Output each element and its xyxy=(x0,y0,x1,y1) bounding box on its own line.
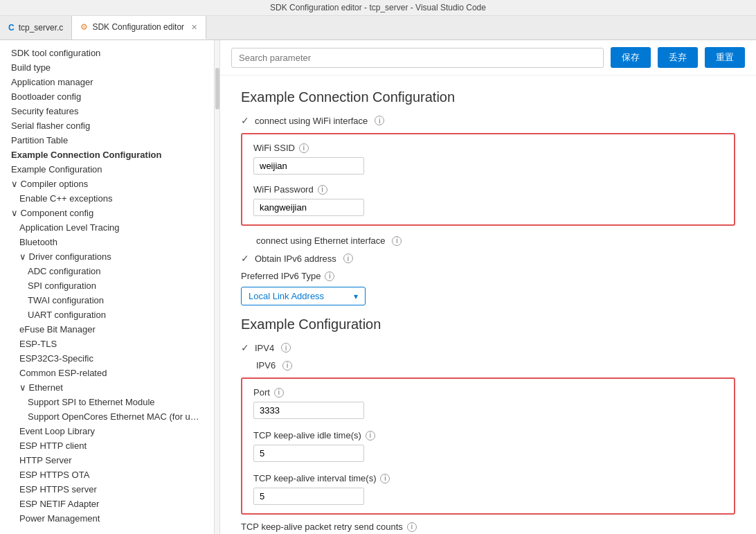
sidebar-scrollbar xyxy=(215,40,220,534)
port-info-icon: i xyxy=(274,388,284,398)
sidebar-item-event-loop[interactable]: Event Loop Library xyxy=(0,424,214,438)
sidebar-item-example-conn[interactable]: Example Connection Configuration xyxy=(0,148,214,162)
discard-button[interactable]: 丢弃 xyxy=(658,47,698,68)
ipv4-label: IPV4 xyxy=(255,343,274,353)
tcp-keep-packet-label: TCP keep-alive packet retry send counts … xyxy=(241,522,735,532)
sidebar-item-app-manager[interactable]: Application manager xyxy=(0,75,214,89)
ethernet-info-icon: i xyxy=(392,236,402,246)
port-input[interactable] xyxy=(253,402,364,419)
tcp-keep-idle-label: TCP keep-alive idle time(s) i xyxy=(253,430,723,440)
ethernet-checkbox-row: connect using Ethernet interface i xyxy=(241,235,735,246)
tab-tcp-server[interactable]: C tcp_server.c xyxy=(0,16,72,39)
sidebar-item-component-config[interactable]: ∨ Component config xyxy=(0,206,214,220)
sidebar-item-power-mgmt[interactable]: Power Management xyxy=(0,511,214,526)
section2-title: Example Configuration xyxy=(241,317,735,332)
wifi-password-label: WiFi Password i xyxy=(253,184,723,195)
wifi-ssid-input[interactable] xyxy=(253,157,364,175)
wifi-ssid-label: WiFi SSID i xyxy=(253,143,723,153)
ipv6-type-label-row: Preferred IPv6 Type i xyxy=(241,271,735,281)
tab-tcp-server-label: tcp_server.c xyxy=(19,23,64,33)
tab-sdk-config[interactable]: ⚙ SDK Configuration editor ✕ xyxy=(72,16,206,39)
sidebar-item-common-esp[interactable]: Common ESP-related xyxy=(0,366,214,380)
ipv6-type-info-icon: i xyxy=(325,272,334,281)
ipv6-config-info-icon: i xyxy=(282,361,292,371)
ipv4-checkmark-icon: ✓ xyxy=(241,342,249,353)
tcp-keep-idle-info-icon: i xyxy=(366,431,375,440)
save-button[interactable]: 保存 xyxy=(611,47,651,68)
ipv4-checkbox-row: ✓ IPV4 i xyxy=(241,342,735,353)
dropdown-chevron-icon: ▾ xyxy=(354,292,358,301)
ipv6-config-label: IPV6 xyxy=(256,360,276,371)
tab-bar: C tcp_server.c ⚙ SDK Configuration edito… xyxy=(0,16,756,40)
sidebar-item-spi-eth[interactable]: Support SPI to Ethernet Module xyxy=(0,395,214,409)
sidebar-item-security[interactable]: Security features xyxy=(0,104,214,118)
tab-close-icon[interactable]: ✕ xyxy=(191,23,197,32)
sidebar-item-esp-tls[interactable]: ESP-TLS xyxy=(0,337,214,351)
sidebar-item-opencore-eth[interactable]: Support OpenCores Ethernet MAC (for use … xyxy=(0,409,214,424)
ipv6-checkmark-icon: ✓ xyxy=(241,253,249,264)
main-layout: SDK tool configurationBuild typeApplicat… xyxy=(0,40,756,534)
tcp-keep-packet-info-icon: i xyxy=(407,522,417,532)
ethernet-interface-label: connect using Ethernet interface xyxy=(256,235,385,246)
sidebar-item-compiler-opts[interactable]: ∨ Compiler options xyxy=(0,177,214,191)
section-connection-config: Example Connection Configuration ✓ conne… xyxy=(241,89,735,305)
ipv4-info-icon: i xyxy=(281,343,291,353)
wifi-checkmark-icon: ✓ xyxy=(241,115,249,126)
sidebar-item-esp32c3[interactable]: ESP32C3-Specific xyxy=(0,351,214,366)
sidebar-item-app-tracing[interactable]: Application Level Tracing xyxy=(0,220,214,235)
sidebar-item-esp-netif[interactable]: ESP NETIF Adapter xyxy=(0,497,214,511)
sidebar: SDK tool configurationBuild typeApplicat… xyxy=(0,40,215,534)
sidebar-item-cpp-exceptions[interactable]: Enable C++ exceptions xyxy=(0,191,214,206)
sidebar-item-ethernet[interactable]: ∨ Ethernet xyxy=(0,380,214,395)
tcp-keep-interval-label: TCP keep-alive interval time(s) i xyxy=(253,473,723,483)
wifi-credentials-box: WiFi SSID i WiFi Password i xyxy=(241,133,735,226)
port-label: Port i xyxy=(253,387,723,398)
sidebar-item-example-config[interactable]: Example Configuration xyxy=(0,162,214,177)
wifi-checkbox-row: ✓ connect using WiFi interface i xyxy=(241,115,735,126)
sidebar-item-bluetooth[interactable]: Bluetooth xyxy=(0,235,214,249)
sidebar-item-adc-config[interactable]: ADC configuration xyxy=(0,264,214,278)
wifi-interface-label: connect using WiFi interface xyxy=(255,116,368,126)
sidebar-item-partition[interactable]: Partition Table xyxy=(0,133,214,148)
sidebar-item-driver-configs[interactable]: ∨ Driver configurations xyxy=(0,249,214,264)
ipv6-type-dropdown-row: Local Link Address ▾ xyxy=(241,287,735,305)
sidebar-item-bootloader[interactable]: Bootloader config xyxy=(0,89,214,104)
tcp-keep-interval-info-icon: i xyxy=(380,474,390,483)
search-input[interactable] xyxy=(231,48,604,68)
wifi-ssid-info-icon: i xyxy=(299,143,309,153)
sidebar-item-serial-flash[interactable]: Serial flasher config xyxy=(0,118,214,133)
c-icon: C xyxy=(8,23,15,33)
sidebar-item-http-server[interactable]: HTTP Server xyxy=(0,453,214,468)
ipv6-info-icon: i xyxy=(343,253,353,263)
ipv6-address-label: Obtain IPv6 address xyxy=(255,253,336,264)
reset-button[interactable]: 重置 xyxy=(705,47,745,68)
ipv6-checkbox-row: ✓ Obtain IPv6 address i xyxy=(241,253,735,264)
sidebar-item-uart-config[interactable]: UART configuration xyxy=(0,308,214,322)
section1-title: Example Connection Configuration xyxy=(241,89,735,105)
sidebar-item-sdk-tool[interactable]: SDK tool configuration xyxy=(0,46,214,60)
sdk-icon: ⚙ xyxy=(80,22,88,32)
sidebar-item-esp-http[interactable]: ESP HTTP client xyxy=(0,438,214,453)
ipv6-type-dropdown-value: Local Link Address xyxy=(249,291,324,301)
sidebar-item-esp-https-server[interactable]: ESP HTTPS server xyxy=(0,482,214,497)
ipv6-type-dropdown[interactable]: Local Link Address ▾ xyxy=(241,287,366,305)
wifi-password-input[interactable] xyxy=(253,199,364,216)
tcp-keep-idle-input[interactable] xyxy=(253,445,364,462)
sidebar-item-spi-config[interactable]: SPI configuration xyxy=(0,278,214,293)
title-bar-text: SDK Configuration editor - tcp_server - … xyxy=(270,3,486,12)
main-scroll: Example Connection Configuration ✓ conne… xyxy=(220,75,756,534)
wifi-info-icon: i xyxy=(375,116,384,125)
title-bar: SDK Configuration editor - tcp_server - … xyxy=(0,0,756,16)
tcp-keep-interval-input[interactable] xyxy=(253,488,364,505)
section-example-config: Example Configuration ✓ IPV4 i IPV6 i Po… xyxy=(241,317,735,532)
sidebar-item-esp-https-ota[interactable]: ESP HTTPS OTA xyxy=(0,468,214,482)
content-area: 保存 丢弃 重置 Example Connection Configuratio… xyxy=(220,40,756,534)
tab-sdk-config-label: SDK Configuration editor xyxy=(92,22,184,32)
search-bar: 保存 丢弃 重置 xyxy=(220,40,756,75)
wifi-password-info-icon: i xyxy=(318,185,327,195)
sidebar-item-build-type[interactable]: Build type xyxy=(0,60,214,75)
ipv6-config-checkbox-row: IPV6 i xyxy=(241,360,735,371)
sidebar-item-twai-config[interactable]: TWAI configuration xyxy=(0,293,214,308)
port-config-box: Port i TCP keep-alive idle time(s) i TCP… xyxy=(241,377,735,515)
sidebar-item-efuse[interactable]: eFuse Bit Manager xyxy=(0,322,214,337)
